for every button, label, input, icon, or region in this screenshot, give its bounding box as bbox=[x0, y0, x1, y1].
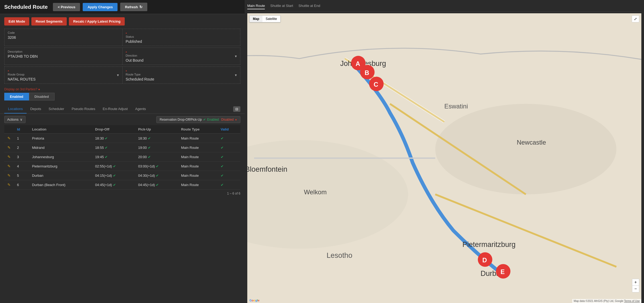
edit-cell: ✎ bbox=[4, 134, 14, 143]
actions-dropdown[interactable]: Actions ∨ bbox=[4, 116, 26, 123]
locations-table: Id Location Drop-Off Pick-Up Route Type … bbox=[4, 125, 240, 190]
status-value: Published bbox=[126, 39, 237, 44]
direction-field[interactable]: Direction Out Bound ▼ bbox=[123, 48, 240, 65]
apply-changes-button[interactable]: Apply Changes bbox=[83, 3, 118, 11]
th-routetype: Route Type bbox=[178, 125, 218, 134]
table-row: ✎ 1 Pretoria 18:30 ✔ 18:30 ✔ Main Route … bbox=[4, 134, 240, 143]
toggle-label: Display on 3rd Parties? ● bbox=[4, 87, 240, 91]
dropoff-cell: 18:55 ✔ bbox=[92, 143, 135, 152]
reset-segments-button[interactable]: Reset Segments bbox=[31, 17, 67, 26]
recalc-button[interactable]: Recalc / Apply Latest Pricing bbox=[69, 17, 125, 26]
header-bar: Scheduled Route < Previous Apply Changes… bbox=[0, 0, 245, 14]
route-type-field[interactable]: Route Type Scheduled Route ▼ bbox=[123, 67, 240, 83]
required-indicator: ● bbox=[38, 87, 40, 91]
refresh-button[interactable]: Refresh ↻ bbox=[120, 3, 147, 11]
svg-text:Bloemfontein: Bloemfontein bbox=[247, 165, 287, 173]
tab-pseudo-routes[interactable]: Pseudo Routes bbox=[68, 105, 99, 113]
svg-text:C: C bbox=[374, 81, 378, 88]
table-row: ✎ 6 Durban (Beach Front) 04:45(+1d) ✔ 04… bbox=[4, 180, 240, 190]
form-area: Code 3206 Status Published Description P… bbox=[0, 29, 245, 85]
code-label: Code bbox=[8, 31, 119, 34]
edit-icon[interactable]: ✎ bbox=[7, 173, 11, 178]
route-type-value: Scheduled Route bbox=[126, 77, 237, 81]
edit-mode-button[interactable]: Edit Mode bbox=[4, 17, 29, 26]
svg-text:B: B bbox=[365, 69, 369, 76]
direction-label: Direction bbox=[126, 54, 237, 57]
table-header-row: Id Location Drop-Off Pick-Up Route Type … bbox=[4, 125, 240, 134]
valid-cell: ✔ bbox=[218, 143, 240, 152]
routetype-cell: Main Route bbox=[178, 162, 218, 171]
enabled-check-icon: ✔ bbox=[203, 118, 206, 121]
valid-cell: ✔ bbox=[218, 134, 240, 143]
disabled-toggle[interactable]: Disabled bbox=[29, 93, 55, 100]
edit-icon[interactable]: ✎ bbox=[7, 136, 11, 140]
id-cell: 6 bbox=[14, 180, 29, 190]
table-row: ✎ 4 Pietermaritzburg 02:55(+1d) ✔ 03:00(… bbox=[4, 162, 240, 171]
map-zoom-controls: + − bbox=[632, 279, 639, 292]
actions-label: Actions bbox=[7, 117, 19, 121]
tabs-bar: Locations Depots Scheduler Pseudo Routes… bbox=[0, 104, 245, 114]
routetype-cell: Main Route bbox=[178, 134, 218, 143]
map-tab-main-route[interactable]: Main Route bbox=[247, 4, 265, 9]
disabled-dot-icon: ● bbox=[235, 118, 237, 121]
location-cell: Midrand bbox=[29, 143, 92, 152]
pickup-cell: 03:00(+1d) ✔ bbox=[135, 162, 178, 171]
pickup-cell: 18:30 ✔ bbox=[135, 134, 178, 143]
pickup-cell: 19:00 ✔ bbox=[135, 143, 178, 152]
edit-cell: ✎ bbox=[4, 143, 14, 152]
map-attribution: Map data ©2021 AfriGIS (Pty) Ltd, Google… bbox=[572, 299, 641, 303]
route-group-field[interactable]: Route Group NATAL ROUTES ▼ bbox=[5, 67, 123, 83]
map-type-satellite[interactable]: Satellite bbox=[262, 16, 280, 22]
th-location: Location bbox=[29, 125, 92, 134]
map-tab-shuttle-start[interactable]: Shuttle at Start bbox=[270, 4, 293, 9]
edit-icon[interactable]: ✎ bbox=[7, 155, 11, 159]
tab-en-route-adjust[interactable]: En-Route Adjust bbox=[99, 105, 131, 113]
th-id[interactable]: Id bbox=[14, 125, 29, 134]
map-fullscreen-button[interactable]: ⤢ bbox=[632, 15, 639, 22]
code-field: Code 3206 bbox=[5, 29, 123, 46]
reservation-badge: Reservation Drop-Off/Pick-Up ✔ Enabled D… bbox=[156, 116, 241, 123]
edit-cell: ✎ bbox=[4, 162, 14, 171]
id-cell: 5 bbox=[14, 171, 29, 180]
routetype-cell: Main Route bbox=[178, 143, 218, 152]
svg-text:Lesotho: Lesotho bbox=[327, 251, 352, 259]
map-zoom-out-button[interactable]: − bbox=[632, 286, 639, 292]
id-cell: 3 bbox=[14, 152, 29, 162]
route-type-arrow-icon: ▼ bbox=[234, 73, 237, 77]
edit-cell: ✎ bbox=[4, 180, 14, 190]
id-cell: 4 bbox=[14, 162, 29, 171]
svg-text:Eswatini: Eswatini bbox=[444, 103, 468, 110]
route-type-label: Route Type bbox=[126, 73, 237, 76]
svg-text:Welkom: Welkom bbox=[304, 188, 327, 196]
location-cell: Durban (Beach Front) bbox=[29, 180, 92, 190]
code-value: 3206 bbox=[8, 35, 119, 40]
map-terms-link[interactable]: Terms of Use bbox=[624, 300, 640, 302]
tab-locations[interactable]: Locations bbox=[4, 105, 27, 113]
dropoff-cell: 19:45 ✔ bbox=[92, 152, 135, 162]
enabled-toggle[interactable]: Enabled bbox=[4, 93, 29, 100]
tab-scheduler[interactable]: Scheduler bbox=[45, 105, 68, 113]
tab-collapse-button[interactable]: ⊟ bbox=[233, 106, 240, 112]
edit-cell: ✎ bbox=[4, 171, 14, 180]
edit-icon[interactable]: ✎ bbox=[7, 164, 11, 168]
pickup-cell: 04:30(+1d) ✔ bbox=[135, 171, 178, 180]
routetype-cell: Main Route bbox=[178, 152, 218, 162]
tab-agents[interactable]: Agents bbox=[131, 105, 149, 113]
edit-cell: ✎ bbox=[4, 152, 14, 162]
edit-icon[interactable]: ✎ bbox=[7, 183, 11, 187]
status-label: Status bbox=[126, 35, 237, 38]
map-type-map[interactable]: Map bbox=[250, 16, 262, 22]
th-dropoff: Drop-Off bbox=[92, 125, 135, 134]
description-label: Description bbox=[8, 50, 119, 53]
google-logo: Google bbox=[249, 299, 260, 302]
route-group-label: Route Group bbox=[8, 73, 119, 76]
table-row: ✎ 3 Johannesburg 19:45 ✔ 20:00 ✔ Main Ro… bbox=[4, 152, 240, 162]
dropoff-cell: 04:45(+1d) ✔ bbox=[92, 180, 135, 190]
th-edit bbox=[4, 125, 14, 134]
edit-icon[interactable]: ✎ bbox=[7, 145, 11, 150]
map-tab-shuttle-end[interactable]: Shuttle at End bbox=[298, 4, 320, 9]
map-zoom-in-button[interactable]: + bbox=[632, 279, 639, 286]
previous-button[interactable]: < Previous bbox=[53, 3, 80, 11]
tab-depots[interactable]: Depots bbox=[27, 105, 45, 113]
valid-cell: ✔ bbox=[218, 180, 240, 190]
